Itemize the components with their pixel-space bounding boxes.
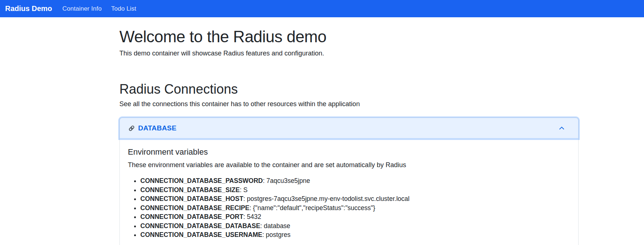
main-content: Welcome to the Radius demo This demo con…	[119, 17, 579, 245]
env-variables-title: Environment variables	[128, 147, 570, 157]
env-variable-value: : postgres	[262, 231, 291, 238]
env-variable-key: CONNECTION_DATABASE_PASSWORD	[140, 177, 263, 184]
env-variable-key: CONNECTION_DATABASE_HOST	[140, 195, 243, 202]
env-variable-value: : database	[260, 222, 290, 230]
env-variable-list: CONNECTION_DATABASE_PASSWORD: 7aqcu3se5j…	[128, 176, 570, 239]
connections-section-title: Radius Connections	[119, 82, 579, 97]
env-variable-value: : 5432	[243, 213, 261, 220]
link-icon	[128, 125, 135, 132]
env-variable-item: CONNECTION_DATABASE_USERNAME: postgres	[140, 230, 570, 239]
env-variable-item: CONNECTION_DATABASE_HOST: postgres-7aqcu…	[140, 194, 570, 203]
page-subtitle: This demo container will showcase Radius…	[119, 50, 579, 57]
env-variable-item: CONNECTION_DATABASE_PORT: 5432	[140, 212, 570, 221]
env-variable-key: CONNECTION_DATABASE_RECIPE	[140, 204, 249, 212]
database-accordion-toggle[interactable]: DATABASE	[120, 118, 578, 138]
nav-link-container-info[interactable]: Container Info	[62, 5, 102, 12]
page-title: Welcome to the Radius demo	[119, 28, 579, 46]
env-variable-value: : {"name":"default","recipeStatus":"succ…	[249, 204, 375, 212]
database-accordion: DATABASE Environment variables These env…	[119, 118, 579, 245]
env-variable-item: CONNECTION_DATABASE_RECIPE: {"name":"def…	[140, 203, 570, 213]
env-variable-key: CONNECTION_DATABASE_PORT	[140, 213, 243, 220]
navbar: Radius Demo Container Info Todo List	[0, 0, 644, 17]
env-variable-key: CONNECTION_DATABASE_USERNAME	[140, 231, 262, 238]
nav-link-todo-list[interactable]: Todo List	[111, 5, 136, 12]
env-variable-key: CONNECTION_DATABASE_SIZE	[140, 186, 240, 194]
env-variable-item: CONNECTION_DATABASE_SIZE: S	[140, 185, 570, 195]
env-variable-key: CONNECTION_DATABASE_DATABASE	[140, 222, 260, 230]
accordion-body: Environment variables These environment …	[120, 138, 578, 245]
connections-section-subtitle: See all the connections this container h…	[119, 100, 579, 108]
env-variable-value: : S	[240, 186, 248, 194]
env-variable-item: CONNECTION_DATABASE_DATABASE: database	[140, 221, 570, 231]
env-variables-subtitle: These environment variables are availabl…	[128, 161, 570, 169]
navbar-brand[interactable]: Radius Demo	[5, 4, 52, 13]
chevron-up-icon	[558, 125, 565, 131]
env-variable-item: CONNECTION_DATABASE_PASSWORD: 7aqcu3se5j…	[140, 176, 570, 185]
env-variable-value: : postgres-7aqcu3se5jpne.my-env-todolist…	[243, 195, 409, 202]
env-variable-value: : 7aqcu3se5jpne	[263, 177, 310, 184]
accordion-title: DATABASE	[138, 124, 558, 132]
